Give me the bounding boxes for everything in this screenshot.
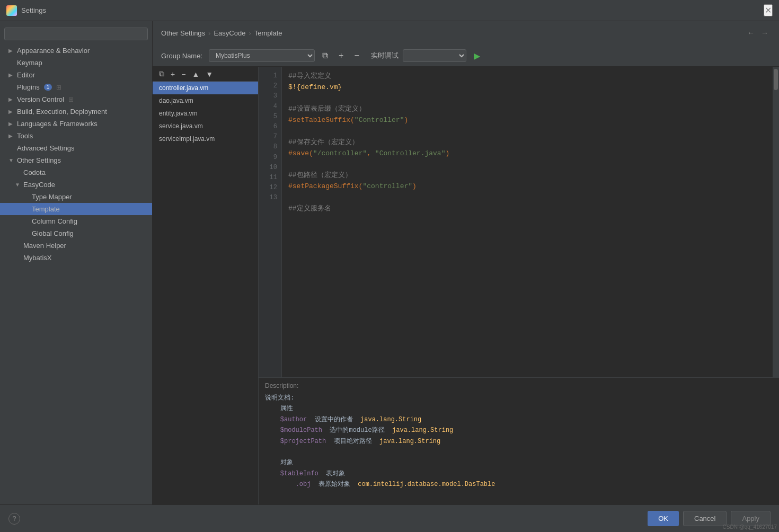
line-num: 9 <box>259 153 281 163</box>
sidebar-item-languages[interactable]: ▶ Languages & Frameworks <box>0 118 152 130</box>
file-item[interactable]: service.java.vm <box>153 120 258 132</box>
titlebar: Settings ✕ <box>0 0 779 21</box>
titlebar-left: Settings <box>6 5 46 16</box>
sidebar-item-type-mapper[interactable]: Type Mapper <box>0 191 152 203</box>
line-num: 1 <box>259 71 281 81</box>
add-group-button[interactable]: + <box>335 50 347 61</box>
line-num: 11 <box>259 173 281 183</box>
toolbar: Group Name: MybatisPlus ⧉ + − 实时调试 ▶ <box>153 45 779 67</box>
vcs-settings-icon: ⊞ <box>68 96 74 103</box>
watermark: CSDN @qq_41627017 <box>723 524 777 530</box>
line-num: 8 <box>259 142 281 152</box>
sidebar-item-label: Maven Helper <box>23 242 66 250</box>
vertical-scrollbar[interactable] <box>773 67 779 377</box>
cancel-button[interactable]: Cancel <box>683 511 727 526</box>
sidebar-item-other-settings[interactable]: ▼ Other Settings <box>0 154 152 166</box>
sidebar: ▶ Appearance & Behavior Keymap ▶ Editor … <box>0 21 153 504</box>
breadcrumb-sep-1: › <box>208 29 210 37</box>
sidebar-item-label: Global Config <box>32 229 74 237</box>
copy-file-button[interactable]: ⧉ <box>157 69 166 79</box>
sidebar-item-label: Version Control <box>17 95 64 103</box>
remove-file-button[interactable]: − <box>179 69 188 79</box>
help-button[interactable]: ? <box>8 513 20 525</box>
line-num: 10 <box>259 163 281 173</box>
sidebar-item-column-config[interactable]: Column Config <box>0 215 152 227</box>
arrow-icon: ▶ <box>8 109 15 114</box>
group-name-label: Group Name: <box>161 52 202 60</box>
ok-button[interactable]: OK <box>648 511 679 526</box>
group-name-select[interactable]: MybatisPlus <box>209 49 315 62</box>
code-area[interactable]: 1 2 3 4 5 6 7 8 9 10 11 12 13 ##导入宏 <box>259 67 779 377</box>
sidebar-item-editor[interactable]: ▶ Editor <box>0 69 152 81</box>
breadcrumb-part-3: Template <box>254 29 282 37</box>
arrow-icon: ▶ <box>8 96 15 102</box>
code-content[interactable]: ##导入宏定义 $!{define.vm} ##设置表后缀（宏定义） #setT… <box>282 67 773 377</box>
code-editor: 1 2 3 4 5 6 7 8 9 10 11 12 13 ##导入宏 <box>259 67 779 504</box>
line-num: 7 <box>259 132 281 142</box>
app-icon <box>6 5 17 16</box>
sidebar-item-label: EasyCode <box>23 181 55 189</box>
plugins-badge: 1 <box>44 84 52 91</box>
remove-group-button[interactable]: − <box>351 50 362 61</box>
line-num: 12 <box>259 183 281 193</box>
arrow-icon: ▶ <box>8 48 15 54</box>
search-input[interactable] <box>4 28 148 40</box>
line-num: 13 <box>259 193 281 203</box>
sidebar-item-codota[interactable]: Codota <box>0 166 152 179</box>
file-item[interactable]: dao.java.vm <box>153 94 258 107</box>
line-num: 4 <box>259 102 281 112</box>
scrollbar-thumb <box>774 69 778 90</box>
sidebar-item-mybatisx[interactable]: MybatisX <box>0 252 152 264</box>
breadcrumb-part-2: EasyCode <box>214 29 245 37</box>
main-container: ▶ Appearance & Behavior Keymap ▶ Editor … <box>0 21 779 504</box>
sidebar-item-label: Template <box>32 205 60 213</box>
breadcrumb-path: Other Settings › EasyCode › Template <box>161 29 282 37</box>
description-content: 说明文档: 属性 $author 设置中的作者 java.lang.String… <box>265 393 773 490</box>
sidebar-item-easycode[interactable]: ▼ EasyCode <box>0 179 152 191</box>
plugins-settings-icon: ⊞ <box>56 84 61 91</box>
sidebar-item-label: Editor <box>17 71 35 79</box>
sidebar-item-label: Build, Execution, Deployment <box>17 108 107 116</box>
sidebar-item-maven-helper[interactable]: Maven Helper <box>0 240 152 252</box>
file-list: ⧉ + − ▲ ▼ controller.java.vm dao.java.vm… <box>153 67 259 504</box>
sidebar-item-build[interactable]: ▶ Build, Execution, Deployment <box>0 105 152 118</box>
sidebar-item-label: Type Mapper <box>32 193 72 201</box>
description-panel: Description: 说明文档: 属性 $author 设置中的作者 jav… <box>259 377 779 504</box>
sidebar-item-appearance[interactable]: ▶ Appearance & Behavior <box>0 45 152 57</box>
file-item[interactable]: entity.java.vm <box>153 107 258 120</box>
line-num: 2 <box>259 81 281 91</box>
sidebar-item-label: Other Settings <box>17 156 61 164</box>
sidebar-item-plugins[interactable]: Plugins 1 ⊞ <box>0 81 152 93</box>
file-item[interactable]: controller.java.vm <box>153 82 258 94</box>
sidebar-item-vcs[interactable]: ▶ Version Control ⊞ <box>0 93 152 105</box>
copy-group-button[interactable]: ⧉ <box>319 50 331 61</box>
back-button[interactable]: ← <box>745 28 757 38</box>
sidebar-item-label: Languages & Frameworks <box>17 120 98 128</box>
arrow-icon: ▶ <box>8 72 15 78</box>
bottom-left: ? <box>8 513 20 525</box>
move-up-button[interactable]: ▲ <box>190 69 201 79</box>
run-button[interactable]: ▶ <box>471 50 483 62</box>
sidebar-item-advanced[interactable]: Advanced Settings <box>0 142 152 154</box>
breadcrumb-part-1: Other Settings <box>161 29 205 37</box>
add-file-button[interactable]: + <box>169 69 177 79</box>
line-numbers: 1 2 3 4 5 6 7 8 9 10 11 12 13 <box>259 67 282 377</box>
realtime-select[interactable] <box>403 49 466 62</box>
split-pane: ⧉ + − ▲ ▼ controller.java.vm dao.java.vm… <box>153 67 779 504</box>
file-item[interactable]: serviceImpl.java.vm <box>153 132 258 145</box>
sidebar-item-global-config[interactable]: Global Config <box>0 227 152 240</box>
forward-button[interactable]: → <box>759 28 771 38</box>
sidebar-item-template[interactable]: Template <box>0 203 152 215</box>
sidebar-item-label: Tools <box>17 132 33 140</box>
sidebar-item-keymap[interactable]: Keymap <box>0 57 152 69</box>
line-num: 6 <box>259 122 281 132</box>
realtime-label: 实时调试 <box>371 51 399 60</box>
sidebar-item-tools[interactable]: ▶ Tools <box>0 130 152 142</box>
move-down-button[interactable]: ▼ <box>203 69 215 79</box>
arrow-icon: ▼ <box>8 157 15 163</box>
bottom-bar: ? OK Cancel Apply <box>0 504 779 532</box>
sidebar-item-label: Plugins <box>17 83 40 91</box>
close-button[interactable]: ✕ <box>764 4 773 16</box>
description-label: Description: <box>265 382 773 389</box>
file-list-toolbar: ⧉ + − ▲ ▼ <box>153 67 258 82</box>
